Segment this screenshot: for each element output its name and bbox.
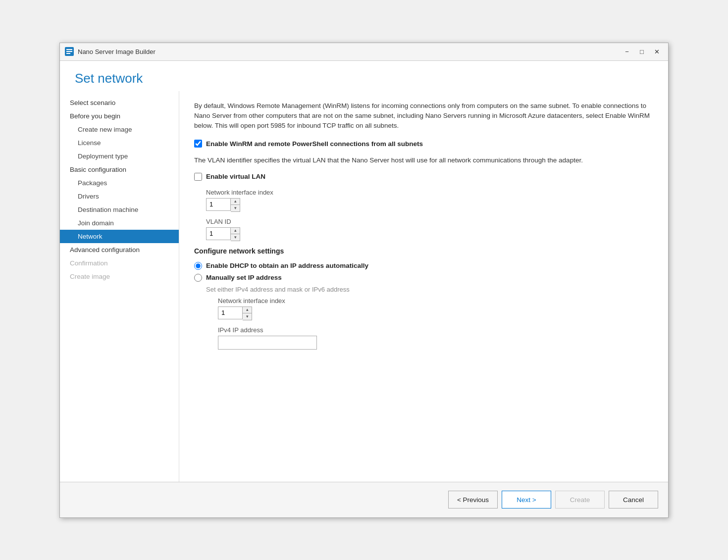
sidebar-item-confirmation: Confirmation	[60, 256, 179, 270]
network-interface-spinner-btns: ▴ ▾	[231, 198, 240, 212]
window-controls: − □ ✕	[621, 46, 663, 57]
vlan-id-label: VLAN ID	[206, 218, 653, 225]
network-interface-spinner[interactable]: ▴ ▾	[206, 198, 653, 212]
manual-interface-spinner-btns: ▴ ▾	[243, 306, 252, 320]
content-scroll[interactable]: By default, Windows Remote Management (W…	[179, 91, 668, 482]
svg-rect-2	[66, 51, 72, 52]
vlan-checkbox-label[interactable]: Enable virtual LAN	[206, 173, 265, 180]
minimize-button[interactable]: −	[621, 46, 633, 57]
footer: < Previous Next > Create Cancel	[60, 482, 668, 517]
sidebar-item-destination-machine[interactable]: Destination machine	[60, 203, 179, 216]
sidebar-item-create-image: Create image	[60, 270, 179, 283]
sidebar-item-create-new-image[interactable]: Create new image	[60, 123, 179, 136]
sidebar-item-deployment-type[interactable]: Deployment type	[60, 150, 179, 163]
vlan-id-input[interactable]	[206, 227, 231, 240]
manual-interface-field-group: Network interface index ▴ ▾	[218, 297, 653, 320]
vlan-id-down-btn[interactable]: ▾	[231, 234, 240, 241]
sidebar-item-packages[interactable]: Packages	[60, 176, 179, 190]
vlan-id-spinner[interactable]: ▴ ▾	[206, 227, 653, 241]
maximize-button[interactable]: □	[635, 46, 648, 57]
vlan-checkbox[interactable]	[194, 173, 202, 181]
main-area: Select scenario Before you begin Create …	[60, 91, 668, 482]
next-button[interactable]: Next >	[502, 491, 551, 509]
sidebar-item-drivers[interactable]: Drivers	[60, 190, 179, 203]
svg-rect-3	[66, 53, 70, 54]
vlan-checkbox-row: Enable virtual LAN	[194, 173, 653, 181]
manual-interface-up-btn[interactable]: ▴	[243, 307, 252, 313]
network-interface-down-btn[interactable]: ▾	[231, 205, 240, 211]
winrm-checkbox[interactable]	[194, 140, 202, 148]
sidebar: Select scenario Before you begin Create …	[60, 91, 179, 482]
network-interface-label: Network interface index	[206, 189, 653, 196]
close-button[interactable]: ✕	[650, 46, 663, 57]
sidebar-item-network[interactable]: Network	[60, 230, 179, 243]
ipv4-input[interactable]	[218, 336, 317, 350]
manual-ip-radio[interactable]	[194, 274, 202, 282]
manual-interface-down-btn[interactable]: ▾	[243, 313, 252, 320]
manual-interface-spinner[interactable]: ▴ ▾	[218, 306, 653, 320]
vlan-description: The VLAN identifier specifies the virtua…	[194, 155, 653, 165]
content-area: By default, Windows Remote Management (W…	[179, 91, 668, 482]
app-icon	[65, 47, 74, 56]
manual-ip-sub-text: Set either IPv4 address and mask or IPv6…	[206, 286, 653, 293]
manual-ip-radio-row: Manually set IP address	[194, 274, 653, 282]
previous-button[interactable]: < Previous	[448, 491, 498, 509]
network-interface-field-group: Network interface index ▴ ▾	[206, 189, 653, 212]
configure-heading: Configure network settings	[194, 247, 653, 255]
dhcp-radio[interactable]	[194, 262, 202, 270]
network-interface-up-btn[interactable]: ▴	[231, 199, 240, 205]
manual-ip-radio-label[interactable]: Manually set IP address	[206, 274, 282, 281]
vlan-id-spinner-btns: ▴ ▾	[231, 227, 240, 241]
header-area: Set network	[60, 61, 668, 91]
vlan-id-up-btn[interactable]: ▴	[231, 228, 240, 234]
network-interface-input[interactable]	[206, 198, 231, 211]
manual-ip-fields: Network interface index ▴ ▾ IPv4 IP addr…	[206, 297, 653, 350]
winrm-checkbox-label[interactable]: Enable WinRM and remote PowerShell conne…	[206, 140, 423, 148]
create-button: Create	[555, 491, 605, 509]
titlebar: Nano Server Image Builder − □ ✕	[60, 43, 668, 61]
dhcp-radio-label[interactable]: Enable DHCP to obtain an IP address auto…	[206, 262, 368, 269]
vlan-id-field-group: VLAN ID ▴ ▾	[206, 218, 653, 241]
sidebar-item-basic-configuration[interactable]: Basic configuration	[60, 163, 179, 176]
page-title: Set network	[75, 71, 653, 86]
sidebar-item-before-you-begin[interactable]: Before you begin	[60, 109, 179, 123]
sidebar-item-select-scenario[interactable]: Select scenario	[60, 96, 179, 109]
vlan-section: Enable virtual LAN Network interface ind…	[194, 173, 653, 241]
main-window: Nano Server Image Builder − □ ✕ Set netw…	[59, 43, 669, 518]
manual-interface-label: Network interface index	[218, 297, 653, 305]
dhcp-radio-row: Enable DHCP to obtain an IP address auto…	[194, 262, 653, 270]
winrm-checkbox-row: Enable WinRM and remote PowerShell conne…	[194, 140, 653, 148]
sidebar-item-join-domain[interactable]: Join domain	[60, 216, 179, 230]
ipv4-field-group: IPv4 IP address	[218, 326, 653, 350]
sidebar-item-advanced-configuration[interactable]: Advanced configuration	[60, 243, 179, 256]
winrm-description: By default, Windows Remote Management (W…	[194, 101, 653, 131]
manual-interface-input[interactable]	[218, 306, 243, 319]
svg-rect-1	[66, 49, 72, 50]
window-title: Nano Server Image Builder	[78, 48, 621, 55]
cancel-button[interactable]: Cancel	[609, 491, 658, 509]
ipv4-label: IPv4 IP address	[218, 326, 653, 334]
sidebar-item-license[interactable]: License	[60, 136, 179, 150]
